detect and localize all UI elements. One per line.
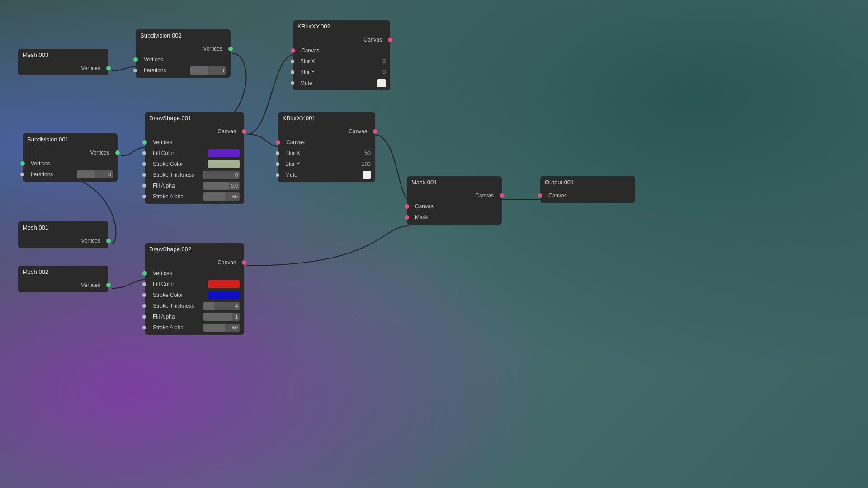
subdiv002-vertices-in-row: Vertices xyxy=(136,54,231,65)
drawshape001-strokealpha-port[interactable] xyxy=(142,195,146,198)
drawshape002-vertices-row: Vertices xyxy=(145,268,244,279)
kblurxy002-blurx-row[interactable]: Blur X 0 xyxy=(293,56,390,67)
drawshape001-canvas-label: Canvas xyxy=(148,128,236,135)
drawshape001-fillalpha-value: 0.9 xyxy=(231,183,238,188)
drawshape002-strokealpha-row[interactable]: Stroke Alpha 50 xyxy=(145,322,244,333)
subdiv002-vertices-in-port[interactable] xyxy=(133,57,138,62)
drawshape002-strokethickness-value: 4 xyxy=(235,303,238,309)
mask001-canvas-out-port[interactable] xyxy=(500,193,504,198)
kblurxy002-canvas-out-row: Canvas xyxy=(293,34,390,45)
mask001-canvas-out-label: Canvas xyxy=(410,192,494,199)
kblurxy002-mute-port xyxy=(291,81,294,85)
mesh002-vertices-port[interactable] xyxy=(106,283,111,287)
subdiv001-vertices-in-port[interactable] xyxy=(20,161,25,166)
subdiv001-vertices-in-label: Vertices xyxy=(31,160,113,167)
output001-canvas-label: Canvas xyxy=(548,192,631,199)
drawshape001-fillcolor-port xyxy=(142,151,146,155)
kblurxy001-canvas-out-port[interactable] xyxy=(373,129,377,134)
drawshape002-canvas-row: Canvas xyxy=(145,257,244,268)
drawshape001-vertices-row: Vertices xyxy=(145,137,244,148)
drawshape001-strokethickness-value: 0 xyxy=(235,172,238,178)
kblurxy002-mute-label: Mute xyxy=(300,80,377,86)
subdiv002-iterations-row[interactable]: Iterations 3 xyxy=(136,65,231,76)
subdiv001-vertices-out-port[interactable] xyxy=(115,150,120,155)
kblurxy001-mute-row[interactable]: Mute xyxy=(278,169,375,180)
drawshape002-fillalpha-slider[interactable]: 1 xyxy=(203,313,240,321)
subdiv002-iterations-slider[interactable]: 3 xyxy=(190,66,226,75)
subdiv001-iterations-label: Iterations xyxy=(31,171,77,178)
drawshape001-fillalpha-port[interactable] xyxy=(142,184,146,188)
kblurxy002-blury-value: 0 xyxy=(375,69,386,75)
kblurxy001-blurx-row[interactable]: Blur X 50 xyxy=(278,148,375,159)
kblurxy002-blurx-port xyxy=(291,60,294,63)
drawshape001-fillcolor-label: Fill Color xyxy=(153,150,208,156)
kblurxy001-blury-row[interactable]: Blur Y 100 xyxy=(278,159,375,169)
kblurxy001-mute-checkbox[interactable] xyxy=(363,171,371,179)
subdiv001-iterations-row[interactable]: Iterations 3 xyxy=(23,169,118,180)
drawshape001-strokecolor-port xyxy=(142,162,146,166)
kblurxy002-title: KBlurXY.002 xyxy=(293,20,390,33)
subdiv002-iterations-label: Iterations xyxy=(144,67,190,74)
drawshape002-strokethickness-row[interactable]: Stroke Thickness 4 xyxy=(145,300,244,311)
mesh002-title: Mesh.002 xyxy=(18,266,108,278)
drawshape002-strokealpha-port[interactable] xyxy=(142,326,146,329)
kblurxy002-mute-row[interactable]: Mute xyxy=(293,78,390,89)
drawshape002-strokethickness-slider[interactable]: 4 xyxy=(203,302,240,310)
subdivision002-title: Subdivision.002 xyxy=(136,29,231,42)
mask001-canvas-in-port[interactable] xyxy=(405,204,409,209)
mesh003-vertices-port[interactable] xyxy=(106,66,111,70)
kblurxy001-canvas-out-row: Canvas xyxy=(278,126,375,137)
output001-canvas-port[interactable] xyxy=(538,193,542,198)
mesh001-vertices-port[interactable] xyxy=(106,239,111,243)
mask001-mask-port[interactable] xyxy=(405,215,409,220)
drawshape001-strokecolor-label: Stroke Color xyxy=(153,161,208,167)
mesh003-node: Mesh.003 Vertices xyxy=(18,49,108,75)
mask001-canvas-out-row: Canvas xyxy=(407,190,502,201)
drawshape002-fillalpha-row[interactable]: Fill Alpha 1 xyxy=(145,311,244,322)
drawshape001-strokealpha-row[interactable]: Stroke Alpha 50 xyxy=(145,191,244,202)
drawshape001-strokethickness-row[interactable]: Stroke Thickness 0 xyxy=(145,169,244,180)
kblurxy001-canvas-out-label: Canvas xyxy=(282,128,367,135)
mask001-node: Mask.001 Canvas Canvas Mask xyxy=(407,176,502,225)
kblurxy001-blury-value: 100 xyxy=(360,161,371,167)
drawshape001-fillalpha-slider[interactable]: 0.9 xyxy=(203,182,240,190)
drawshape001-strokealpha-slider[interactable]: 50 xyxy=(203,192,240,201)
kblurxy001-node: KBlurXY.001 Canvas Canvas Blur X 50 Blur… xyxy=(278,112,375,182)
drawshape002-node: DrawShape.002 Canvas Vertices Fill Color… xyxy=(145,243,244,335)
drawshape001-fillalpha-row[interactable]: Fill Alpha 0.9 xyxy=(145,180,244,191)
mask001-title: Mask.001 xyxy=(407,176,502,188)
kblurxy001-blurx-value: 50 xyxy=(360,150,371,156)
mask001-mask-row: Mask xyxy=(407,212,502,223)
kblurxy002-mute-checkbox[interactable] xyxy=(377,79,386,87)
drawshape002-fillcolor-swatch[interactable] xyxy=(208,280,240,288)
kblurxy001-canvas-in-port[interactable] xyxy=(276,140,280,145)
drawshape001-fillcolor-row[interactable]: Fill Color xyxy=(145,148,244,159)
drawshape002-strokethickness-port[interactable] xyxy=(142,304,146,308)
subdiv002-iterations-port[interactable] xyxy=(133,69,137,72)
drawshape002-strokecolor-swatch[interactable] xyxy=(208,291,240,299)
drawshape002-strokecolor-row[interactable]: Stroke Color xyxy=(145,290,244,300)
drawshape002-fillcolor-row[interactable]: Fill Color xyxy=(145,279,244,290)
drawshape001-fillcolor-swatch[interactable] xyxy=(208,149,240,157)
drawshape002-vertices-port[interactable] xyxy=(142,271,147,276)
drawshape001-vertices-port[interactable] xyxy=(142,140,147,145)
drawshape001-canvas-port[interactable] xyxy=(242,129,246,134)
drawshape002-strokealpha-slider[interactable]: 50 xyxy=(203,324,240,332)
kblurxy002-canvas-out-port[interactable] xyxy=(388,38,392,42)
drawshape001-strokecolor-swatch[interactable] xyxy=(208,160,240,168)
drawshape001-strokethickness-port[interactable] xyxy=(142,173,146,177)
mesh001-vertices-row: Vertices xyxy=(18,235,108,246)
drawshape002-canvas-port[interactable] xyxy=(242,260,246,265)
subdiv001-iterations-port[interactable] xyxy=(20,173,24,176)
subdiv002-vertices-out-port[interactable] xyxy=(228,47,233,51)
subdivision001-node: Subdivision.001 Vertices Vertices Iterat… xyxy=(23,133,118,182)
kblurxy002-canvas-in-port[interactable] xyxy=(291,48,295,53)
drawshape001-strokecolor-row[interactable]: Stroke Color xyxy=(145,159,244,169)
drawshape002-fillalpha-port[interactable] xyxy=(142,315,146,319)
subdiv002-vertices-out-label: Vertices xyxy=(139,46,222,52)
kblurxy002-blury-row[interactable]: Blur Y 0 xyxy=(293,67,390,78)
kblurxy001-mute-label: Mute xyxy=(285,172,363,178)
drawshape001-strokethickness-slider[interactable]: 0 xyxy=(203,171,240,179)
subdiv001-iterations-slider[interactable]: 3 xyxy=(77,170,113,178)
background xyxy=(0,0,868,488)
